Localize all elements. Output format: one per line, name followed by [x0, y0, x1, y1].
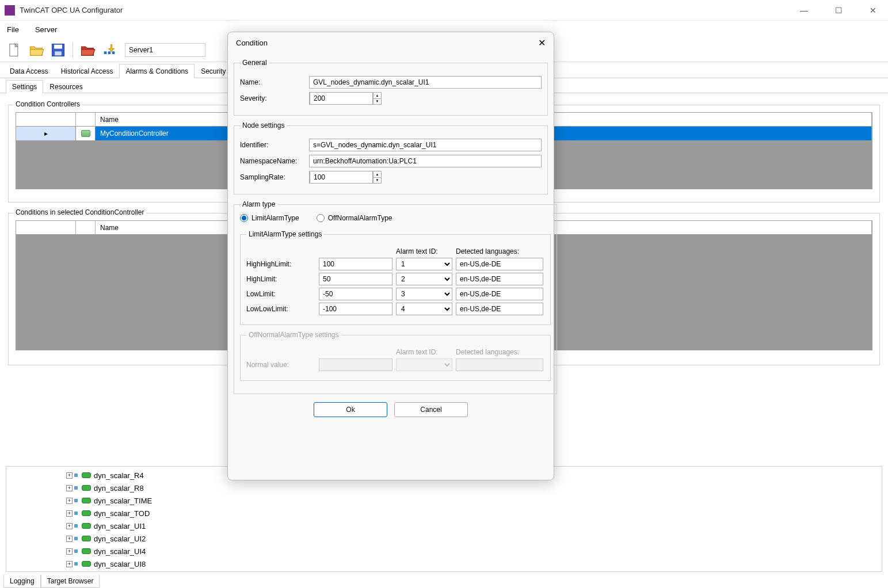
- tree-node[interactable]: +dyn_scalar_R8: [66, 482, 879, 494]
- spinner-up-icon[interactable]: ▲: [374, 171, 381, 178]
- menu-server[interactable]: Server: [35, 25, 57, 34]
- spinner-down-icon[interactable]: ▼: [374, 99, 381, 105]
- tree-node-label: dyn_scalar_R8: [94, 484, 144, 492]
- dot-icon: [74, 486, 78, 490]
- expander-icon[interactable]: +: [66, 523, 73, 529]
- minimize-button[interactable]: —: [794, 6, 814, 15]
- subtab-resources[interactable]: Resources: [43, 80, 89, 93]
- save-icon[interactable]: [48, 40, 68, 60]
- limit-label: HighHighLimit:: [246, 260, 319, 268]
- limit-id-select[interactable]: 3: [396, 288, 452, 300]
- limit-value-field[interactable]: [319, 273, 392, 285]
- limit-value-field[interactable]: [319, 303, 392, 315]
- tree-node[interactable]: +dyn_scalar_TOD: [66, 507, 879, 520]
- expander-icon[interactable]: +: [66, 561, 73, 567]
- expander-icon[interactable]: +: [66, 510, 73, 517]
- tree-node[interactable]: +dyn_scalar_UI8: [66, 558, 879, 570]
- server-select-value: Server1: [129, 46, 153, 54]
- alarm-type-fieldset: Alarm type LimitAlarmType OffNormalAlarm…: [234, 200, 557, 394]
- open-folder-icon[interactable]: [26, 40, 46, 60]
- expander-icon[interactable]: +: [66, 536, 73, 542]
- expander-icon[interactable]: +: [66, 472, 73, 479]
- close-button[interactable]: ✕: [863, 6, 883, 15]
- tree-node-label: dyn_scalar_UI1: [94, 522, 146, 530]
- variable-icon: [82, 485, 91, 491]
- maximize-button[interactable]: ☐: [828, 6, 849, 15]
- tab-security[interactable]: Security: [195, 64, 232, 78]
- limit-id-select[interactable]: 2: [396, 273, 452, 285]
- tree-node-label: dyn_scalar_R4: [94, 471, 144, 480]
- browser-tree[interactable]: +dyn_scalar_R4+dyn_scalar_R8+dyn_scalar_…: [9, 469, 879, 570]
- severity-input[interactable]: [310, 92, 373, 105]
- expander-icon[interactable]: +: [66, 548, 73, 555]
- dialog-close-icon[interactable]: ✕: [538, 37, 546, 48]
- new-file-icon[interactable]: [5, 40, 24, 60]
- limit-id-select[interactable]: 1: [396, 258, 452, 270]
- name-field[interactable]: [309, 76, 542, 89]
- limit-row: LowLimit:3en-US,de-DE: [246, 288, 544, 300]
- server-select[interactable]: Server1: [125, 43, 205, 57]
- dialog-title: Condition: [236, 39, 268, 47]
- limit-value-field[interactable]: [319, 288, 392, 300]
- svg-rect-4: [55, 51, 62, 55]
- titlebar: TwinCAT OPC UA Configurator — ☐ ✕: [0, 0, 888, 21]
- limit-value-field[interactable]: [319, 258, 392, 270]
- identifier-label: Identifier:: [240, 141, 309, 149]
- spinner-up-icon[interactable]: ▲: [374, 93, 381, 99]
- limit-legend: LimitAlarmType settings: [246, 230, 324, 238]
- btab-target-browser[interactable]: Target Browser: [41, 575, 100, 588]
- tree-node[interactable]: +dyn_scalar_TIME: [66, 494, 879, 507]
- limit-label: LowLimit:: [246, 290, 319, 298]
- svg-rect-6: [108, 51, 111, 54]
- radio-offnormal-input[interactable]: [317, 214, 325, 222]
- cancel-button[interactable]: Cancel: [394, 402, 468, 417]
- node-settings-fieldset: Node settings Identifier: NamespaceName:…: [234, 121, 548, 194]
- tree-node[interactable]: +dyn_scalar_UI2: [66, 532, 879, 545]
- sampling-spinner[interactable]: ▲▼: [309, 171, 382, 184]
- tab-historical-access[interactable]: Historical Access: [55, 64, 120, 78]
- spinner-down-icon[interactable]: ▼: [374, 178, 381, 184]
- tree-node[interactable]: +dyn_scalar_UI1: [66, 520, 879, 532]
- dialog-titlebar: Condition ✕: [228, 32, 554, 53]
- deploy-icon[interactable]: [100, 40, 119, 60]
- offnormal-header-id: Alarm text ID:: [396, 348, 456, 356]
- dot-icon: [74, 562, 78, 566]
- expander-icon[interactable]: +: [66, 498, 73, 504]
- radio-offnormal[interactable]: OffNormalAlarmType: [317, 214, 392, 222]
- sampling-label: SamplingRate:: [240, 173, 309, 181]
- identifier-field[interactable]: [309, 139, 542, 151]
- subtab-settings[interactable]: Settings: [6, 80, 43, 93]
- tree-node-label: dyn_scalar_TIME: [94, 497, 152, 505]
- menu-file[interactable]: File: [7, 25, 19, 34]
- variable-icon: [82, 561, 91, 567]
- offnormal-header-langs: Detected languages:: [456, 348, 544, 356]
- tree-node-label: dyn_scalar_UI4: [94, 547, 146, 556]
- severity-spinner[interactable]: ▲▼: [309, 92, 382, 105]
- limit-id-select[interactable]: 4: [396, 303, 452, 315]
- sampling-input[interactable]: [310, 171, 373, 184]
- open-red-folder-icon[interactable]: [78, 40, 97, 60]
- variable-icon: [82, 472, 91, 478]
- svg-rect-7: [112, 51, 115, 54]
- tree-node[interactable]: +dyn_scalar_UI4: [66, 545, 879, 558]
- limit-row: HighLimit:2en-US,de-DE: [246, 273, 544, 285]
- namespace-field[interactable]: [309, 155, 542, 167]
- limit-row: LowLowLimit:4en-US,de-DE: [246, 303, 544, 315]
- limit-label: LowLowLimit:: [246, 305, 319, 313]
- radio-limit-input[interactable]: [240, 214, 248, 222]
- limit-langs: en-US,de-DE: [456, 273, 543, 285]
- normal-value-label: Normal value:: [246, 361, 319, 369]
- expander-icon[interactable]: +: [66, 485, 73, 491]
- general-legend: General: [240, 59, 269, 67]
- radio-limit[interactable]: LimitAlarmType: [240, 214, 299, 222]
- btab-logging[interactable]: Logging: [3, 575, 41, 588]
- dot-icon: [74, 474, 78, 477]
- limit-langs: en-US,de-DE: [456, 303, 543, 315]
- variable-icon: [82, 498, 91, 503]
- dot-icon: [74, 537, 78, 540]
- app-icon: [5, 5, 15, 16]
- general-fieldset: General Name: Severity: ▲▼: [234, 59, 548, 116]
- tab-alarms-conditions[interactable]: Alarms & Conditions: [119, 64, 195, 78]
- tab-data-access[interactable]: Data Access: [3, 64, 55, 78]
- ok-button[interactable]: Ok: [314, 402, 387, 417]
